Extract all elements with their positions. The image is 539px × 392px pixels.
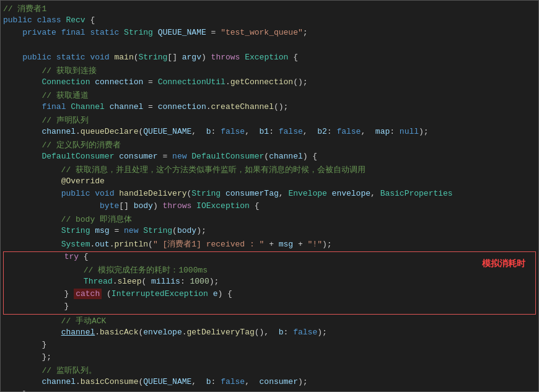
code-line-25: } <box>4 302 535 314</box>
code-line-12: // 定义队列的消费者 <box>1 139 538 152</box>
catch-keyword: catch <box>74 289 102 299</box>
code-line-6: // 获取到连接 <box>1 65 538 77</box>
code-line-1: // 消费者1 <box>1 3 538 15</box>
code-line-17: byte[] body) throws IOException { <box>1 201 538 214</box>
code-line-21: try { <box>4 252 535 264</box>
code-line-23: Thread.sleep( millis: 1000); <box>4 277 535 289</box>
code-line-16: public void handleDelivery(String consum… <box>1 189 538 201</box>
code-line-8: // 获取通道 <box>1 90 538 102</box>
code-line-29: }; <box>1 352 538 365</box>
code-line-24: } catch (InterruptedException e) { <box>4 289 535 302</box>
code-line-10: // 声明队列 <box>1 115 538 127</box>
code-line-18: // body 即消息体 <box>1 214 538 226</box>
code-line-32: } <box>1 390 538 392</box>
code-line-26: // 手动ACK <box>1 315 538 328</box>
code-line-28: } <box>1 340 538 352</box>
code-line-2: public class Recv { <box>1 15 538 28</box>
code-line-20: System.out.println(" [消费者1] received : "… <box>1 238 538 251</box>
code-editor: // 消费者1 public class Recv { private fina… <box>0 0 539 392</box>
code-line-14: // 获取消息，并且处理，这个方法类似事件监听，如果有消息的时候，会被自动调用 <box>1 164 538 176</box>
code-line-9: final Channel channel = connection.creat… <box>1 102 538 115</box>
code-line-30: // 监听队列。 <box>1 365 538 377</box>
code-line-11: channel.queueDeclare(QUEUE_NAME, b: fals… <box>1 127 538 139</box>
code-line-31: channel.basicConsume(QUEUE_NAME, b: fals… <box>1 377 538 390</box>
code-line-27: channel.basicAck(envelope.getDeliveryTag… <box>1 328 538 340</box>
code-line-5: public static void main(String[] argv) t… <box>1 53 538 65</box>
code-line-19: String msg = new String(body); <box>1 226 538 238</box>
code-line-22: // 模拟完成任务的耗时：1000ms <box>4 264 535 277</box>
annotation-bubble-label: 模拟消耗时 <box>482 258 525 269</box>
code-line-3: private final static String QUEUE_NAME =… <box>1 28 538 40</box>
code-line-7: Connection connection = ConnectionUtil.g… <box>1 77 538 90</box>
try-catch-block: 模拟消耗时 try { // 模拟完成任务的耗时：1000ms Thread.s… <box>3 251 536 315</box>
code-line-13: DefaultConsumer consumer = new DefaultCo… <box>1 152 538 164</box>
code-line-4 <box>1 40 538 53</box>
code-line-15: @Override <box>1 176 538 189</box>
